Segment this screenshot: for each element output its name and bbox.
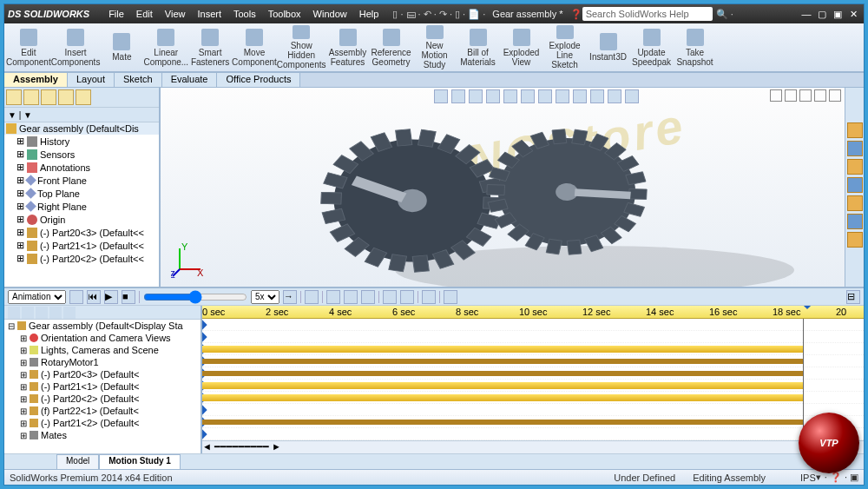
- bottom-tab-motion-study-1[interactable]: Motion Study 1: [99, 454, 181, 469]
- loop-icon[interactable]: →: [283, 290, 297, 304]
- contact-icon[interactable]: [400, 290, 414, 304]
- spring-icon[interactable]: [383, 290, 397, 304]
- track-row[interactable]: [202, 404, 864, 416]
- menu-toolbox[interactable]: Toolbox: [263, 7, 306, 21]
- quick-access-icons[interactable]: ▯ · 🖴 · ↶ · ↷ · ▯ · 📄 ·: [392, 9, 485, 20]
- feature-panel-tabs[interactable]: [4, 88, 159, 107]
- tree-item[interactable]: ⊞Sensors: [4, 148, 159, 161]
- calculate-icon[interactable]: [69, 290, 83, 304]
- motion-tree[interactable]: ⊟ Gear assembly (Default<Display Sta ⊞Or…: [4, 306, 202, 453]
- collapse-icon[interactable]: ⊟: [846, 290, 860, 304]
- menu-tools[interactable]: Tools: [228, 7, 261, 21]
- tab-layout[interactable]: Layout: [68, 73, 115, 87]
- feature-filter[interactable]: ▼ | ▼: [4, 107, 159, 122]
- ribbon-insert[interactable]: InsertComponents: [51, 25, 101, 69]
- tree-item[interactable]: ⊞Top Plane: [4, 187, 159, 200]
- results-icon[interactable]: [444, 290, 457, 304]
- window-buttons[interactable]: —▢▣✕: [799, 9, 860, 20]
- motion-tree-item[interactable]: ⊞(-) Part21<1> (Default<: [4, 380, 201, 393]
- playback-slider[interactable]: [143, 290, 247, 304]
- play-from-start-icon[interactable]: ⏮: [87, 290, 101, 304]
- ribbon-assembly[interactable]: AssemblyFeatures: [326, 25, 370, 69]
- feature-tree[interactable]: Gear assembly (Default<Dis ⊞History⊞Sens…: [4, 122, 159, 287]
- tree-item[interactable]: ⊞Annotations: [4, 161, 159, 174]
- menu-help[interactable]: Help: [354, 7, 385, 21]
- motion-tree-item[interactable]: ⊞(-) Part21<2> (Default<: [4, 417, 201, 429]
- ribbon-billof[interactable]: Bill ofMaterials: [457, 25, 500, 69]
- tree-item[interactable]: ⊞(-) Part21<1> (Default<<: [4, 239, 159, 252]
- filter-icon[interactable]: [8, 307, 20, 319]
- wizard-icon[interactable]: [326, 290, 340, 304]
- timeline-scrollbar[interactable]: ◄ ━━━━━━━━━ ►: [202, 440, 864, 453]
- motion-tree-item[interactable]: ⊞Mates: [4, 429, 201, 441]
- bottom-tab-model[interactable]: Model: [56, 454, 99, 469]
- play-icon[interactable]: ▶: [104, 290, 118, 304]
- track-row[interactable]: [202, 331, 864, 343]
- menu-insert[interactable]: Insert: [192, 7, 227, 21]
- ribbon-exploded[interactable]: ExplodedView: [500, 25, 543, 69]
- ribbon-show[interactable]: ShowHiddenComponents: [277, 25, 326, 69]
- gravity-icon[interactable]: [422, 290, 436, 304]
- motor-icon[interactable]: [361, 290, 375, 304]
- track-row[interactable]: [202, 355, 864, 367]
- view-triad[interactable]: Y X Z: [171, 243, 206, 278]
- track-row[interactable]: [202, 343, 864, 355]
- search-input[interactable]: Search SolidWorks Help: [582, 7, 713, 21]
- track-row[interactable]: [202, 367, 864, 380]
- ribbon-new[interactable]: NewMotionStudy: [413, 25, 457, 69]
- motion-tree-item[interactable]: ⊞RotaryMotor1: [4, 356, 201, 368]
- tree-item[interactable]: ⊞History: [4, 135, 159, 148]
- ribbon-toolbar: EditComponentInsertComponentsMateLinearC…: [4, 23, 864, 72]
- tree-item[interactable]: ⊞Front Plane: [4, 174, 159, 187]
- timeline-ruler[interactable]: 0 sec2 sec4 sec6 sec8 sec10 sec12 sec14 …: [202, 306, 864, 319]
- motion-tree-item[interactable]: ⊞(-) Part20<2> (Default<: [4, 393, 201, 405]
- ribbon-mate[interactable]: Mate: [100, 25, 143, 69]
- timeline[interactable]: 0 sec2 sec4 sec6 sec8 sec10 sec12 sec14 …: [202, 306, 864, 453]
- tree-root[interactable]: Gear assembly (Default<Dis: [4, 122, 159, 135]
- menu-window[interactable]: Window: [308, 7, 352, 21]
- track-row[interactable]: [202, 319, 864, 331]
- stop-icon[interactable]: ■: [122, 290, 135, 304]
- track-row[interactable]: [202, 380, 864, 392]
- tree-item[interactable]: ⊞Origin: [4, 213, 159, 226]
- tree-item[interactable]: ⊞(-) Part20<2> (Default<<: [4, 252, 159, 265]
- ribbon-explode[interactable]: ExplodeLineSketch: [543, 25, 587, 69]
- ribbon-update[interactable]: UpdateSpeedpak: [630, 25, 674, 69]
- ribbon-move[interactable]: MoveComponent: [232, 25, 277, 69]
- ribbon-take[interactable]: TakeSnapshot: [674, 25, 717, 69]
- status-bar: SolidWorks Premium 2014 x64 Edition Unde…: [4, 469, 864, 485]
- track-row[interactable]: [202, 416, 864, 428]
- timeline-tracks[interactable]: [202, 319, 864, 440]
- motion-tree-root[interactable]: ⊟ Gear assembly (Default<Display Sta: [4, 320, 201, 332]
- ribbon-edit[interactable]: EditComponent: [6, 25, 51, 69]
- study-type-select[interactable]: Animation: [8, 290, 66, 304]
- ribbon-smart[interactable]: SmartFasteners: [188, 25, 232, 69]
- motion-tree-item[interactable]: ⊞(-) Part20<3> (Default<: [4, 368, 201, 380]
- help-icon[interactable]: ❓: [570, 9, 582, 20]
- ribbon-instantd[interactable]: Instant3D: [587, 25, 630, 69]
- graphics-viewport[interactable]: KONGStore: [161, 88, 845, 287]
- save-anim-icon[interactable]: [305, 290, 319, 304]
- tree-item[interactable]: ⊞(-) Part20<3> (Default<<: [4, 226, 159, 239]
- tab-evaluate[interactable]: Evaluate: [162, 73, 218, 87]
- tab-office-products[interactable]: Office Products: [217, 73, 300, 87]
- track-row[interactable]: [202, 428, 864, 440]
- menu-view[interactable]: View: [160, 7, 191, 21]
- search-icon[interactable]: 🔍 ·: [716, 9, 733, 20]
- menu-edit[interactable]: Edit: [131, 7, 158, 21]
- ribbon-reference[interactable]: ReferenceGeometry: [370, 25, 413, 69]
- motion-tree-item[interactable]: ⊞Lights, Cameras and Scene: [4, 344, 201, 356]
- tab-sketch[interactable]: Sketch: [115, 73, 162, 87]
- key-icon[interactable]: [344, 290, 358, 304]
- edition-label: SolidWorks Premium 2014 x64 Edition: [10, 472, 173, 483]
- tab-assembly[interactable]: Assembly: [4, 73, 68, 87]
- task-pane[interactable]: [845, 88, 864, 287]
- menu-file[interactable]: File: [103, 7, 129, 21]
- track-row[interactable]: [202, 392, 864, 404]
- ribbon-linear[interactable]: LinearCompone...: [143, 25, 188, 69]
- motion-tree-item[interactable]: ⊞(f) Part22<1> (Default<: [4, 405, 201, 417]
- playback-speed[interactable]: 5x: [251, 290, 279, 304]
- tree-item[interactable]: ⊞Right Plane: [4, 200, 159, 213]
- motion-tree-item[interactable]: ⊞Orientation and Camera Views: [4, 332, 201, 344]
- unit-system[interactable]: IPS: [800, 472, 816, 483]
